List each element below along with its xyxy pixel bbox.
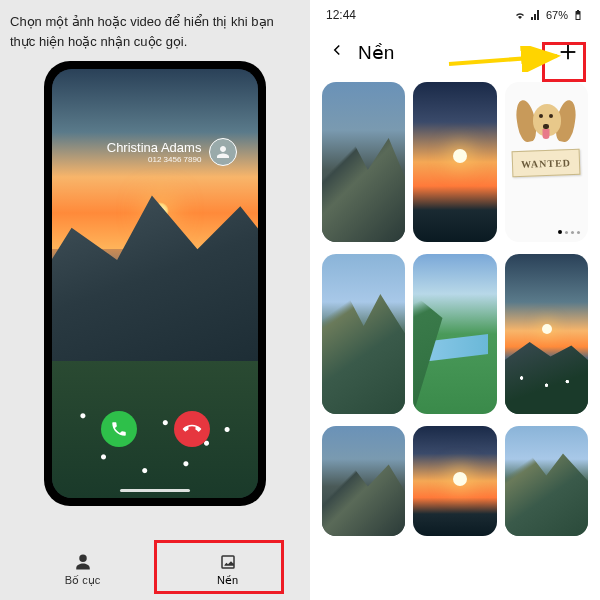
battery-icon (572, 9, 584, 21)
caller-number: 012 3456 7890 (107, 155, 202, 164)
tab-background-label: Nền (217, 574, 238, 587)
accept-call-button[interactable] (101, 411, 137, 447)
status-time: 12:44 (326, 8, 356, 22)
wanted-sign: WANTED (512, 149, 581, 177)
wallpaper-thumb-2[interactable] (413, 82, 496, 242)
wallpaper-gallery: Video WANTED (310, 76, 600, 600)
image-icon (219, 553, 237, 571)
tab-background[interactable]: Nền (155, 540, 300, 600)
tab-layout-label: Bố cục (65, 574, 100, 587)
status-bar: 12:44 67% (310, 0, 600, 26)
wallpaper-thumb-6[interactable] (505, 254, 588, 414)
tab-layout[interactable]: Bố cục (10, 540, 155, 600)
plus-icon (557, 41, 579, 63)
add-button[interactable] (554, 38, 582, 66)
person-icon (74, 553, 92, 571)
page-dots (558, 230, 580, 234)
chevron-left-icon (328, 41, 346, 59)
phone-preview: Christina Adams 012 3456 7890 (10, 61, 300, 540)
right-screen: 12:44 67% Nền Video (310, 0, 600, 600)
wallpaper-thumb-1[interactable]: Video (322, 82, 405, 242)
wallpaper-thumb-5[interactable] (413, 254, 496, 414)
wifi-icon (514, 9, 526, 21)
phone-frame: Christina Adams 012 3456 7890 (44, 61, 266, 506)
left-screen: Chọn một ảnh hoặc video để hiển thị khi … (0, 0, 310, 600)
instruction-text: Chọn một ảnh hoặc video để hiển thị khi … (10, 12, 300, 51)
video-badge: Video (330, 220, 367, 234)
battery-text: 67% (546, 9, 568, 21)
wallpaper-thumb-4[interactable] (322, 254, 405, 414)
header: Nền (310, 26, 600, 76)
home-indicator (120, 489, 190, 492)
call-buttons (52, 411, 258, 447)
caller-info: Christina Adams 012 3456 7890 (107, 138, 238, 166)
page-title: Nền (358, 41, 542, 64)
wallpaper-thumb-3[interactable]: WANTED (505, 82, 588, 242)
status-icons: 67% (514, 9, 584, 21)
caller-name: Christina Adams (107, 140, 202, 155)
phone-screen: Christina Adams 012 3456 7890 (52, 69, 258, 498)
wallpaper-thumb-8[interactable] (413, 426, 496, 536)
wallpaper-thumb-9[interactable] (505, 426, 588, 536)
decline-call-button[interactable] (174, 411, 210, 447)
wallpaper-thumb-7[interactable] (322, 426, 405, 536)
signal-icon (530, 9, 542, 21)
caller-avatar (209, 138, 237, 166)
bottom-tabs: Bố cục Nền (10, 540, 300, 600)
back-button[interactable] (328, 41, 346, 63)
